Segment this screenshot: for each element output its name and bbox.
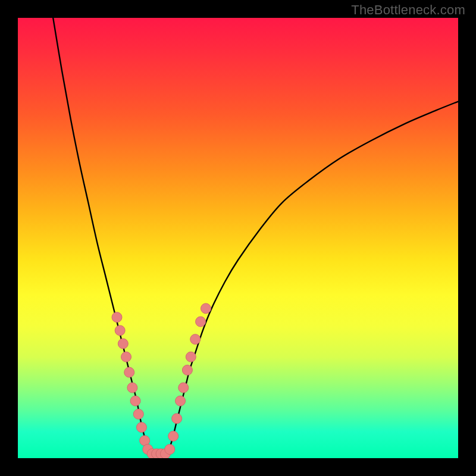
data-dot: [133, 409, 143, 419]
data-dot: [121, 352, 131, 362]
watermark-text: TheBottleneck.com: [351, 2, 465, 18]
data-dot: [201, 303, 211, 314]
curve-right: [168, 102, 458, 454]
data-dot: [196, 317, 206, 327]
data-dot: [130, 396, 140, 406]
data-dot: [172, 414, 182, 424]
data-dot: [165, 444, 175, 455]
chart-svg: [18, 18, 458, 458]
data-dot: [182, 365, 192, 375]
data-dot: [178, 383, 189, 393]
data-dot: [112, 312, 122, 322]
data-dot: [190, 334, 201, 345]
chart-frame: TheBottleneck.com: [0, 0, 476, 476]
plot-area: [18, 18, 458, 458]
scatter-dots: [112, 303, 211, 458]
data-dot: [118, 339, 128, 349]
data-dot: [115, 325, 125, 336]
data-dot: [136, 422, 146, 433]
data-dot: [186, 352, 196, 362]
data-dot: [124, 367, 134, 377]
data-dot: [127, 383, 137, 393]
data-dot: [176, 396, 186, 406]
data-dot: [168, 431, 178, 441]
